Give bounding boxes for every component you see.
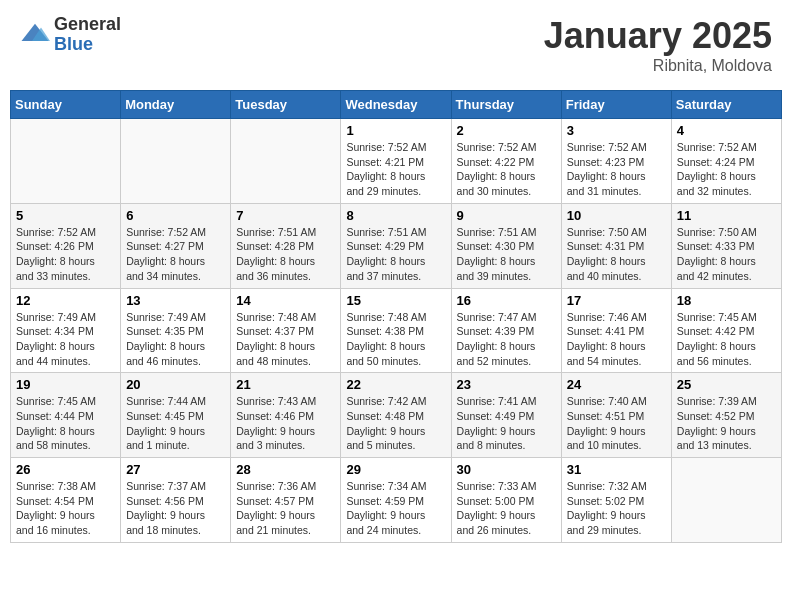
day-number: 5 [16, 208, 115, 223]
day-info: Sunrise: 7:45 AMSunset: 4:44 PMDaylight:… [16, 394, 115, 453]
calendar-cell: 21Sunrise: 7:43 AMSunset: 4:46 PMDayligh… [231, 373, 341, 458]
day-info: Sunrise: 7:49 AMSunset: 4:35 PMDaylight:… [126, 310, 225, 369]
day-number: 3 [567, 123, 666, 138]
day-info: Sunrise: 7:38 AMSunset: 4:54 PMDaylight:… [16, 479, 115, 538]
calendar-cell [231, 119, 341, 204]
calendar-cell: 9Sunrise: 7:51 AMSunset: 4:30 PMDaylight… [451, 203, 561, 288]
day-info: Sunrise: 7:49 AMSunset: 4:34 PMDaylight:… [16, 310, 115, 369]
day-info: Sunrise: 7:52 AMSunset: 4:26 PMDaylight:… [16, 225, 115, 284]
weekday-sunday: Sunday [11, 91, 121, 119]
day-number: 26 [16, 462, 115, 477]
calendar-cell: 1Sunrise: 7:52 AMSunset: 4:21 PMDaylight… [341, 119, 451, 204]
week-row-3: 12Sunrise: 7:49 AMSunset: 4:34 PMDayligh… [11, 288, 782, 373]
day-info: Sunrise: 7:43 AMSunset: 4:46 PMDaylight:… [236, 394, 335, 453]
day-number: 20 [126, 377, 225, 392]
weekday-header-row: SundayMondayTuesdayWednesdayThursdayFrid… [11, 91, 782, 119]
day-number: 29 [346, 462, 445, 477]
day-number: 9 [457, 208, 556, 223]
day-info: Sunrise: 7:51 AMSunset: 4:30 PMDaylight:… [457, 225, 556, 284]
title-block: January 2025 Ribnita, Moldova [544, 15, 772, 75]
day-info: Sunrise: 7:34 AMSunset: 4:59 PMDaylight:… [346, 479, 445, 538]
calendar-cell: 26Sunrise: 7:38 AMSunset: 4:54 PMDayligh… [11, 458, 121, 543]
calendar-cell: 3Sunrise: 7:52 AMSunset: 4:23 PMDaylight… [561, 119, 671, 204]
day-number: 10 [567, 208, 666, 223]
day-number: 7 [236, 208, 335, 223]
week-row-2: 5Sunrise: 7:52 AMSunset: 4:26 PMDaylight… [11, 203, 782, 288]
calendar-cell [121, 119, 231, 204]
calendar-cell: 29Sunrise: 7:34 AMSunset: 4:59 PMDayligh… [341, 458, 451, 543]
calendar-cell: 18Sunrise: 7:45 AMSunset: 4:42 PMDayligh… [671, 288, 781, 373]
calendar-cell: 12Sunrise: 7:49 AMSunset: 4:34 PMDayligh… [11, 288, 121, 373]
day-info: Sunrise: 7:52 AMSunset: 4:22 PMDaylight:… [457, 140, 556, 199]
day-number: 13 [126, 293, 225, 308]
day-number: 17 [567, 293, 666, 308]
logo-icon [20, 20, 50, 50]
week-row-4: 19Sunrise: 7:45 AMSunset: 4:44 PMDayligh… [11, 373, 782, 458]
day-number: 4 [677, 123, 776, 138]
calendar-cell: 31Sunrise: 7:32 AMSunset: 5:02 PMDayligh… [561, 458, 671, 543]
calendar-cell: 23Sunrise: 7:41 AMSunset: 4:49 PMDayligh… [451, 373, 561, 458]
day-info: Sunrise: 7:51 AMSunset: 4:29 PMDaylight:… [346, 225, 445, 284]
calendar-cell: 5Sunrise: 7:52 AMSunset: 4:26 PMDaylight… [11, 203, 121, 288]
calendar-cell: 20Sunrise: 7:44 AMSunset: 4:45 PMDayligh… [121, 373, 231, 458]
day-number: 6 [126, 208, 225, 223]
day-number: 31 [567, 462, 666, 477]
day-number: 8 [346, 208, 445, 223]
calendar-cell: 7Sunrise: 7:51 AMSunset: 4:28 PMDaylight… [231, 203, 341, 288]
day-number: 11 [677, 208, 776, 223]
calendar-cell: 8Sunrise: 7:51 AMSunset: 4:29 PMDaylight… [341, 203, 451, 288]
day-info: Sunrise: 7:42 AMSunset: 4:48 PMDaylight:… [346, 394, 445, 453]
calendar-table: SundayMondayTuesdayWednesdayThursdayFrid… [10, 90, 782, 543]
logo: General Blue [20, 15, 121, 55]
logo-general-text: General [54, 15, 121, 35]
weekday-wednesday: Wednesday [341, 91, 451, 119]
day-number: 24 [567, 377, 666, 392]
day-number: 1 [346, 123, 445, 138]
week-row-5: 26Sunrise: 7:38 AMSunset: 4:54 PMDayligh… [11, 458, 782, 543]
calendar-cell: 11Sunrise: 7:50 AMSunset: 4:33 PMDayligh… [671, 203, 781, 288]
calendar-cell: 16Sunrise: 7:47 AMSunset: 4:39 PMDayligh… [451, 288, 561, 373]
calendar-cell: 14Sunrise: 7:48 AMSunset: 4:37 PMDayligh… [231, 288, 341, 373]
day-number: 19 [16, 377, 115, 392]
day-number: 15 [346, 293, 445, 308]
day-info: Sunrise: 7:36 AMSunset: 4:57 PMDaylight:… [236, 479, 335, 538]
calendar-cell: 19Sunrise: 7:45 AMSunset: 4:44 PMDayligh… [11, 373, 121, 458]
logo-blue-text: Blue [54, 35, 121, 55]
calendar-body: 1Sunrise: 7:52 AMSunset: 4:21 PMDaylight… [11, 119, 782, 543]
day-info: Sunrise: 7:40 AMSunset: 4:51 PMDaylight:… [567, 394, 666, 453]
calendar-cell: 4Sunrise: 7:52 AMSunset: 4:24 PMDaylight… [671, 119, 781, 204]
day-info: Sunrise: 7:46 AMSunset: 4:41 PMDaylight:… [567, 310, 666, 369]
calendar-cell: 30Sunrise: 7:33 AMSunset: 5:00 PMDayligh… [451, 458, 561, 543]
calendar-cell: 13Sunrise: 7:49 AMSunset: 4:35 PMDayligh… [121, 288, 231, 373]
calendar-cell [671, 458, 781, 543]
day-info: Sunrise: 7:33 AMSunset: 5:00 PMDaylight:… [457, 479, 556, 538]
day-number: 27 [126, 462, 225, 477]
page-header: General Blue January 2025 Ribnita, Moldo… [10, 10, 782, 80]
day-number: 12 [16, 293, 115, 308]
day-info: Sunrise: 7:50 AMSunset: 4:31 PMDaylight:… [567, 225, 666, 284]
calendar-cell: 15Sunrise: 7:48 AMSunset: 4:38 PMDayligh… [341, 288, 451, 373]
day-info: Sunrise: 7:41 AMSunset: 4:49 PMDaylight:… [457, 394, 556, 453]
day-info: Sunrise: 7:47 AMSunset: 4:39 PMDaylight:… [457, 310, 556, 369]
weekday-tuesday: Tuesday [231, 91, 341, 119]
calendar-cell: 28Sunrise: 7:36 AMSunset: 4:57 PMDayligh… [231, 458, 341, 543]
day-info: Sunrise: 7:50 AMSunset: 4:33 PMDaylight:… [677, 225, 776, 284]
calendar-cell: 22Sunrise: 7:42 AMSunset: 4:48 PMDayligh… [341, 373, 451, 458]
weekday-thursday: Thursday [451, 91, 561, 119]
weekday-friday: Friday [561, 91, 671, 119]
calendar-cell: 17Sunrise: 7:46 AMSunset: 4:41 PMDayligh… [561, 288, 671, 373]
day-number: 21 [236, 377, 335, 392]
day-number: 28 [236, 462, 335, 477]
calendar-cell: 10Sunrise: 7:50 AMSunset: 4:31 PMDayligh… [561, 203, 671, 288]
week-row-1: 1Sunrise: 7:52 AMSunset: 4:21 PMDaylight… [11, 119, 782, 204]
day-number: 22 [346, 377, 445, 392]
calendar-cell: 2Sunrise: 7:52 AMSunset: 4:22 PMDaylight… [451, 119, 561, 204]
day-info: Sunrise: 7:48 AMSunset: 4:38 PMDaylight:… [346, 310, 445, 369]
calendar-cell: 24Sunrise: 7:40 AMSunset: 4:51 PMDayligh… [561, 373, 671, 458]
day-info: Sunrise: 7:48 AMSunset: 4:37 PMDaylight:… [236, 310, 335, 369]
day-info: Sunrise: 7:52 AMSunset: 4:27 PMDaylight:… [126, 225, 225, 284]
weekday-monday: Monday [121, 91, 231, 119]
day-info: Sunrise: 7:44 AMSunset: 4:45 PMDaylight:… [126, 394, 225, 453]
calendar-cell: 25Sunrise: 7:39 AMSunset: 4:52 PMDayligh… [671, 373, 781, 458]
day-number: 30 [457, 462, 556, 477]
